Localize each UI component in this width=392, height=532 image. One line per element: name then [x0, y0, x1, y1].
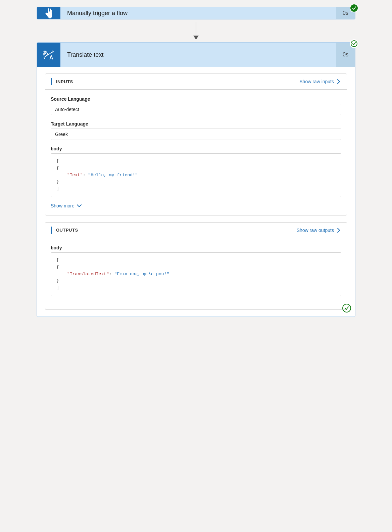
show-more-button[interactable]: Show more [51, 203, 341, 208]
out-code-value: "Γεια σας, φίλε μου!" [114, 272, 169, 277]
code-key: "Text" [67, 173, 83, 178]
show-raw-outputs-link[interactable]: Show raw outputs [297, 228, 341, 233]
source-language-label: Source Language [51, 96, 341, 102]
trigger-title: Manually trigger a flow [60, 7, 336, 19]
inputs-section-bar [51, 78, 52, 85]
body-code-block: [ { "Text": "Hello, my friend!" } ] [51, 153, 341, 197]
trigger-icon-box [37, 7, 60, 19]
body-field: body [ { "Text": "Hello, my friend!" } ] [51, 146, 341, 197]
inputs-section-content: Source Language Auto-detect Target Langu… [45, 90, 347, 215]
code-colon: : [83, 173, 88, 178]
action-block: あ A Translate text 0s [37, 42, 355, 317]
arrow-connector [193, 22, 199, 40]
action-success-badge [350, 39, 358, 48]
source-language-field: Source Language Auto-detect [51, 96, 341, 115]
outputs-section-header: OUTPUTS Show raw outputs [45, 223, 347, 238]
show-more-label: Show more [51, 203, 75, 208]
action-icon-box: あ A [37, 43, 60, 67]
arrow-head [193, 36, 199, 40]
chevron-down-icon [77, 203, 82, 208]
svg-text:あ: あ [43, 50, 48, 56]
target-language-label: Target Language [51, 121, 341, 127]
trigger-success-badge [350, 4, 358, 12]
show-raw-inputs-label: Show raw inputs [299, 79, 334, 84]
output-body-field: body [ { "TranslatedText": "Γεια σας, φί… [51, 245, 341, 296]
inputs-title-group: INPUTS [51, 78, 73, 85]
out-code-line-1: [ [56, 257, 336, 264]
outputs-section: OUTPUTS Show raw outputs body [ [45, 222, 347, 310]
chevron-right-outputs-icon [336, 228, 341, 233]
output-body-label: body [51, 245, 341, 250]
out-code-key: "TranslatedText" [67, 272, 109, 277]
code-line-5: ] [56, 186, 336, 193]
out-code-line-2: { [56, 264, 336, 271]
body-label: body [51, 146, 341, 151]
bottom-check-badge [342, 304, 351, 312]
hand-pointer-icon [43, 7, 55, 19]
outputs-section-title: OUTPUTS [56, 228, 78, 233]
arrow-line [196, 22, 196, 36]
inputs-section-title: INPUTS [56, 79, 73, 84]
svg-text:A: A [49, 55, 53, 60]
target-language-value: Greek [51, 129, 341, 140]
outputs-section-content: body [ { "TranslatedText": "Γεια σας, φί… [45, 238, 347, 303]
code-line-3: "Text": "Hello, my friend!" [56, 172, 336, 179]
inputs-section-header: INPUTS Show raw inputs [45, 74, 347, 90]
code-line-4: } [56, 179, 336, 186]
translate-svg-icon: あ A [41, 47, 56, 61]
action-header: あ A Translate text 0s [37, 43, 355, 67]
flow-container: Manually trigger a flow 0s あ [37, 7, 355, 525]
out-code-line-3: "TranslatedText": "Γεια σας, φίλε μου!" [56, 271, 336, 278]
output-body-code-block: [ { "TranslatedText": "Γεια σας, φίλε μο… [51, 252, 341, 296]
outputs-title-group: OUTPUTS [51, 227, 78, 234]
action-title: Translate text [60, 43, 336, 67]
code-line-2: { [56, 165, 336, 172]
source-language-value: Auto-detect [51, 104, 341, 115]
out-code-line-4: } [56, 278, 336, 285]
action-success-icon [350, 40, 358, 47]
action-body: INPUTS Show raw inputs Source Language A… [37, 67, 355, 317]
code-line-1: [ [56, 158, 336, 165]
out-code-line-5: ] [56, 285, 336, 292]
inputs-section: INPUTS Show raw inputs Source Language A… [45, 74, 347, 215]
chevron-right-icon [336, 79, 341, 84]
show-raw-outputs-label: Show raw outputs [297, 228, 334, 233]
out-code-colon: : [109, 272, 114, 277]
trigger-block: Manually trigger a flow 0s [37, 7, 355, 19]
show-raw-inputs-link[interactable]: Show raw inputs [299, 79, 341, 84]
target-language-field: Target Language Greek [51, 121, 341, 140]
svg-point-4 [351, 41, 357, 47]
translate-icon: あ A [41, 47, 56, 63]
bottom-check-icon [344, 306, 349, 310]
outputs-section-bar [51, 227, 52, 234]
success-check-icon [352, 6, 356, 10]
code-value: "Hello, my friend!" [88, 173, 138, 178]
